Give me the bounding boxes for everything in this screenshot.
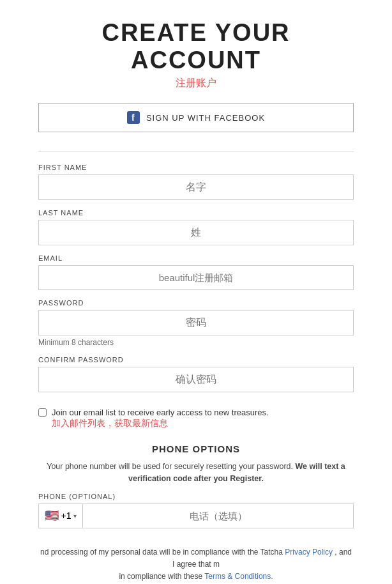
- last-name-input[interactable]: [38, 220, 354, 245]
- privacy-text1: nd processing of my personal data will b…: [40, 548, 285, 557]
- email-input[interactable]: [38, 265, 354, 290]
- country-flag: 🇺🇸: [45, 509, 59, 523]
- last-name-group: LAST NAME: [38, 209, 354, 245]
- phone-note: Your phone number will be used for secur…: [38, 461, 354, 485]
- password-label: PASSWORD: [38, 299, 354, 307]
- password-hint: Minimum 8 characters: [38, 338, 354, 347]
- terms-conditions-link[interactable]: Terms & Conditions.: [204, 572, 273, 581]
- first-name-group: FIRST NAME: [38, 164, 354, 200]
- phone-label: PHONE (OPTIONAL): [38, 493, 354, 500]
- email-group: EMAIL: [38, 254, 354, 290]
- email-optin-label-cn: 加入邮件列表，获取最新信息: [52, 418, 269, 429]
- confirm-password-input[interactable]: [38, 367, 354, 392]
- privacy-text3: in compliance with these: [119, 572, 204, 581]
- phone-section-title: PHONE OPTIONS: [152, 443, 240, 454]
- phone-country-selector[interactable]: 🇺🇸 +1 ▾: [38, 503, 83, 528]
- privacy-note: nd processing of my personal data will b…: [38, 546, 354, 583]
- password-input[interactable]: [38, 310, 354, 335]
- country-code: +1: [61, 511, 72, 521]
- chevron-down-icon: ▾: [73, 512, 77, 519]
- page-subtitle: 注册账户: [176, 77, 216, 90]
- privacy-policy-link[interactable]: Privacy Policy: [285, 548, 333, 557]
- facebook-icon: f: [127, 111, 140, 124]
- email-optin-row: Join our email list to receive early acc…: [38, 406, 354, 429]
- phone-row: 🇺🇸 +1 ▾: [38, 503, 354, 528]
- email-optin-label-en: Join our email list to receive early acc…: [52, 408, 269, 417]
- phone-input[interactable]: [83, 503, 354, 528]
- confirm-password-label: CONFIRM PASSWORD: [38, 356, 354, 364]
- confirm-password-group: CONFIRM PASSWORD: [38, 356, 354, 392]
- email-optin-checkbox[interactable]: [38, 408, 47, 417]
- first-name-input[interactable]: [38, 174, 354, 200]
- facebook-signup-button[interactable]: f SIGN UP WITH FACEBOOK: [38, 103, 354, 132]
- first-name-label: FIRST NAME: [38, 164, 354, 171]
- page-title: CREATE YOUR ACCOUNT: [38, 19, 354, 74]
- phone-group: PHONE (OPTIONAL) 🇺🇸 +1 ▾: [38, 493, 354, 528]
- password-group: PASSWORD Minimum 8 characters: [38, 299, 354, 347]
- last-name-label: LAST NAME: [38, 209, 354, 217]
- email-label: EMAIL: [38, 254, 354, 262]
- divider: [38, 151, 354, 152]
- facebook-button-label: SIGN UP WITH FACEBOOK: [146, 113, 265, 123]
